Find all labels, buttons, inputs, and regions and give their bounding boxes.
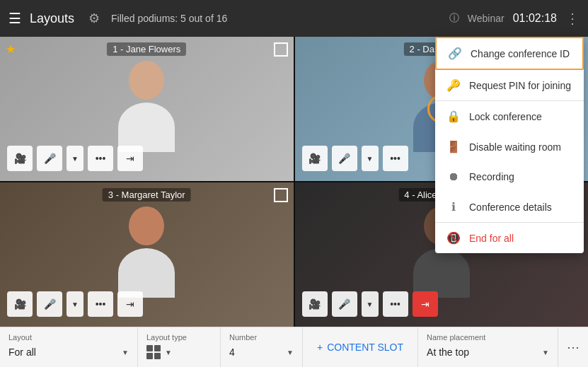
- name-placement-value: At the top: [427, 346, 469, 358]
- camera-button-3[interactable]: 🎥: [7, 291, 33, 317]
- more-button-3[interactable]: •••: [88, 291, 113, 317]
- timer-display: 01:02:18: [513, 12, 557, 25]
- content-slot-plus-icon: +: [317, 342, 323, 353]
- end-call-icon: 📵: [446, 231, 461, 245]
- bottom-toolbar: Layout For all ▼ Layout type ▼ Number 4 …: [0, 327, 588, 367]
- name-placement-segment[interactable]: Name placement At the top ▼: [418, 327, 558, 367]
- menu-label-change-conference: Change conference ID: [471, 48, 570, 59]
- grid-layout-icon: [146, 345, 161, 359]
- menu-icon[interactable]: ☰: [8, 10, 21, 27]
- exit-button-3[interactable]: ⇥: [117, 291, 143, 317]
- layout-value: For all: [8, 346, 36, 358]
- mic-chevron-1[interactable]: ▼: [67, 146, 83, 171]
- video-cell-1: ★ 1 - Jane Flowers 🎥 🎤 ▼ ••• ⇥: [0, 37, 294, 181]
- layout-label: Layout: [8, 333, 32, 342]
- filled-podiums-text: Filled podiums: 5 out of 16: [111, 13, 438, 24]
- select-checkbox-1[interactable]: [274, 42, 288, 57]
- app-title: Layouts: [30, 11, 74, 26]
- layout-type-arrow-icon: ▼: [165, 349, 172, 356]
- link-icon: 🔗: [448, 47, 462, 60]
- mic-chevron-4[interactable]: ▼: [362, 291, 379, 317]
- menu-item-request-pin[interactable]: 🔑 Request PIN for joining: [435, 70, 584, 100]
- number-value: 4: [229, 346, 235, 358]
- menu-item-recording[interactable]: ⏺ Recording: [435, 162, 584, 192]
- settings-icon[interactable]: ⚙: [88, 11, 100, 26]
- context-menu: 🔗 Change conference ID 🔑 Request PIN for…: [435, 37, 584, 253]
- menu-item-lock-conference[interactable]: 🔒 Lock conference: [435, 101, 584, 132]
- star-icon: ★: [6, 42, 16, 56]
- layout-arrow-icon: ▼: [122, 349, 129, 356]
- camera-button-4[interactable]: 🎥: [302, 291, 328, 317]
- lock-icon: 🔒: [446, 110, 461, 123]
- controls-bar-1: 🎥 🎤 ▼ ••• ⇥: [7, 146, 143, 171]
- more-button-1[interactable]: •••: [88, 146, 113, 171]
- video-cell-3: 3 - Margaret Taylor 🎥 🎤 ▼ ••• ⇥: [0, 182, 294, 327]
- layout-segment[interactable]: Layout For all ▼: [0, 327, 138, 367]
- bottom-more-button[interactable]: ⋯: [558, 327, 588, 367]
- name-placement-label: Name placement: [427, 333, 485, 342]
- menu-label-conference-details: Conference details: [469, 202, 552, 213]
- info-icon: ⓘ: [449, 12, 459, 25]
- webinar-label: Webinar: [468, 13, 505, 24]
- content-slot-label: CONTENT SLOT: [327, 342, 403, 353]
- number-segment[interactable]: Number 4 ▼: [221, 327, 303, 367]
- menu-item-conference-details[interactable]: ℹ Conference details: [435, 192, 584, 222]
- more-button-4[interactable]: •••: [383, 291, 408, 317]
- mic-chevron-2[interactable]: ▼: [362, 146, 379, 171]
- info-circle-icon: ℹ: [446, 200, 461, 214]
- menu-item-disable-waiting[interactable]: 🚪 Disable waiting room: [435, 132, 584, 162]
- mic-button-1[interactable]: 🎤: [37, 146, 62, 171]
- key-icon: 🔑: [446, 78, 461, 92]
- avatar-person-3: [118, 206, 175, 291]
- mic-button-3[interactable]: 🎤: [37, 291, 62, 317]
- controls-bar-3: 🎥 🎤 ▼ ••• ⇥: [7, 291, 143, 317]
- number-arrow-icon: ▼: [287, 349, 294, 356]
- more-button-2[interactable]: •••: [383, 146, 408, 171]
- menu-label-disable-waiting: Disable waiting room: [469, 141, 561, 153]
- exit-button-1[interactable]: ⇥: [117, 146, 143, 171]
- header-right: Webinar 01:02:18 ⋮: [468, 10, 580, 27]
- controls-bar-2: 🎥 🎤 ▼ •••: [302, 146, 408, 171]
- more-options-button[interactable]: ⋮: [565, 10, 580, 27]
- record-icon: ⏺: [446, 170, 461, 183]
- menu-label-end-for-all: End for all: [469, 233, 514, 244]
- number-label: Number: [229, 333, 257, 342]
- mic-button-4[interactable]: 🎤: [332, 291, 357, 317]
- header: ☰ Layouts ⚙ Filled podiums: 5 out of 16 …: [0, 0, 588, 37]
- mic-button-2[interactable]: 🎤: [332, 146, 357, 171]
- controls-bar-4: 🎥 🎤 ▼ ••• ⇥: [302, 291, 438, 317]
- menu-label-request-pin: Request PIN for joining: [469, 80, 571, 91]
- mic-chevron-3[interactable]: ▼: [67, 291, 83, 317]
- select-checkbox-3[interactable]: [274, 188, 288, 202]
- camera-button-1[interactable]: 🎥: [7, 146, 33, 171]
- menu-label-lock: Lock conference: [469, 111, 542, 122]
- remove-button-4[interactable]: ⇥: [413, 291, 438, 317]
- content-slot-button[interactable]: + CONTENT SLOT: [303, 327, 418, 367]
- avatar-person-1: [118, 61, 175, 146]
- menu-item-end-for-all[interactable]: 📵 End for all: [435, 223, 584, 253]
- menu-item-change-conference[interactable]: 🔗 Change conference ID: [435, 37, 584, 70]
- layout-type-segment[interactable]: Layout type ▼: [138, 327, 221, 367]
- participant-label-1: 1 - Jane Flowers: [107, 42, 186, 56]
- menu-label-recording: Recording: [469, 171, 514, 182]
- layout-type-label: Layout type: [146, 333, 187, 342]
- camera-button-2[interactable]: 🎥: [302, 146, 328, 171]
- participant-label-3: 3 - Margaret Taylor: [103, 188, 191, 202]
- name-placement-arrow-icon: ▼: [542, 349, 549, 356]
- waiting-room-icon: 🚪: [446, 140, 461, 153]
- bottom-dots-icon: ⋯: [567, 339, 580, 355]
